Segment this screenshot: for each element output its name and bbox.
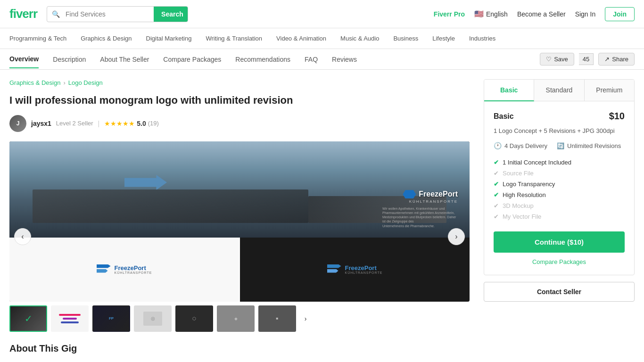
revisions-icon: 🔄 [557, 142, 564, 149]
sub-nav-reviews[interactable]: Reviews [332, 51, 357, 68]
search-icon: 🔍 [47, 10, 60, 18]
join-button[interactable]: Join [605, 7, 635, 21]
save-count: 45 [579, 53, 594, 65]
revisions-label: Unlimited Revisions [567, 142, 621, 149]
feature-3-label: Logo Transparency [503, 181, 555, 188]
feature-6: ✔ My Vector File [494, 211, 625, 222]
sub-nav-recommendations[interactable]: Recommendations [235, 51, 290, 68]
feature-6-label: My Vector File [503, 213, 541, 220]
nav-item-lifestyle[interactable]: Lifestyle [432, 35, 455, 42]
thumbnail-2[interactable] [51, 305, 89, 332]
check-icon-4: ✔ [494, 191, 499, 198]
package-panel: Basic Standard Premium Basic $10 1 Logo … [484, 79, 635, 275]
sign-in-link[interactable]: Sign In [575, 10, 596, 18]
compare-packages-link[interactable]: Compare Packages [494, 258, 625, 265]
package-description: 1 Logo Concept + 5 Revisions + JPG 300dp… [494, 127, 625, 134]
pipe-separator: | [98, 120, 100, 127]
thumbnail-strip: ✓ FP ◎ ⬡ ◈ ■ [9, 305, 470, 332]
language-label: English [486, 10, 508, 18]
main-nav: Programming & Tech Graphics & Design Dig… [0, 28, 644, 49]
main-content: Graphics & Design › Logo Design I will p… [0, 70, 644, 362]
logo[interactable]: fiverr [9, 7, 37, 21]
x-icon-6: ✔ [494, 213, 499, 220]
delivery-label: 4 Days Delivery [504, 142, 547, 149]
rating-value: 5.0 [137, 120, 146, 127]
language-selector[interactable]: 🇺🇸 English [474, 9, 508, 18]
sub-nav-actions: ♡ Save 45 ↗ Share [540, 53, 635, 66]
nav-item-graphics[interactable]: Graphics & Design [81, 35, 132, 42]
clock-icon: 🕐 [494, 142, 502, 149]
breadcrumb-child[interactable]: Logo Design [68, 79, 103, 86]
tab-standard[interactable]: Standard [534, 80, 584, 101]
tab-basic[interactable]: Basic [484, 80, 534, 101]
right-column: Basic Standard Premium Basic $10 1 Logo … [484, 79, 635, 354]
revisions-info: 🔄 Unlimited Revisions [557, 142, 621, 149]
nav-item-business[interactable]: Business [393, 35, 418, 42]
header-right: Fiverr Pro 🇺🇸 English Become a Seller Si… [434, 7, 635, 21]
gig-title: I will professional monogram logo with u… [9, 94, 470, 107]
delivery-info: 🕐 4 Days Delivery [494, 142, 547, 149]
sub-nav-compare[interactable]: Compare Packages [163, 51, 221, 68]
share-button[interactable]: ↗ Share [598, 53, 635, 66]
package-header: Basic $10 [494, 111, 625, 122]
sub-nav-description[interactable]: Description [53, 51, 86, 68]
sub-nav-about-seller[interactable]: About The Seller [100, 51, 149, 68]
thumbnail-5[interactable]: ⬡ [175, 305, 213, 332]
seller-name[interactable]: jaysx1 [31, 120, 51, 127]
heart-icon: ♡ [546, 56, 552, 63]
thumbnail-4[interactable]: ◎ [134, 305, 172, 332]
gallery: FreezePort KÜHLTRANSPORTE Wir wollen Apo… [9, 141, 470, 332]
review-count: (19) [148, 120, 159, 127]
nav-item-music[interactable]: Music & Audio [340, 35, 379, 42]
nav-item-programming[interactable]: Programming & Tech [9, 35, 66, 42]
save-button[interactable]: ♡ Save [540, 53, 574, 66]
search-bar: 🔍 Search [47, 6, 188, 22]
thumbnail-7[interactable]: ■ [258, 305, 296, 332]
header: fiverr 🔍 Search Fiverr Pro 🇺🇸 English Be… [0, 0, 644, 28]
nav-item-industries[interactable]: Industries [469, 35, 495, 42]
fiverr-pro-link[interactable]: Fiverr Pro [434, 10, 465, 18]
seller-info: J jaysx1 Level 2 Seller | ★★★★★ 5.0 (19) [9, 115, 470, 132]
feature-1: ✔ 1 Initial Concept Included [494, 157, 625, 168]
rating: ★★★★★ 5.0 (19) [104, 120, 159, 127]
tab-premium[interactable]: Premium [585, 80, 634, 101]
feature-1-label: 1 Initial Concept Included [503, 159, 571, 166]
thumbnail-next[interactable]: › [300, 305, 311, 332]
nav-item-writing[interactable]: Writing & Translation [206, 35, 262, 42]
gallery-next-arrow[interactable]: › [448, 228, 465, 245]
feature-5-label: 3D Mockup [503, 202, 534, 209]
nav-item-video[interactable]: Video & Animation [276, 35, 326, 42]
x-icon-5: ✔ [494, 202, 499, 209]
thumbnail-6[interactable]: ◈ [217, 305, 255, 332]
sub-nav-overview[interactable]: Overview [9, 50, 39, 68]
thumbnail-3[interactable]: FP [92, 305, 130, 332]
feature-4: ✔ High Resolution [494, 189, 625, 200]
breadcrumb-separator: › [63, 79, 65, 86]
thumbnail-1[interactable]: ✓ [9, 305, 47, 332]
package-meta: 🕐 4 Days Delivery 🔄 Unlimited Revisions [494, 142, 625, 149]
continue-button[interactable]: Continue ($10) [494, 231, 625, 253]
contact-seller-button[interactable]: Contact Seller [484, 282, 635, 302]
sub-nav: Overview Description About The Seller Co… [0, 49, 644, 70]
stars: ★★★★★ [104, 120, 135, 127]
seller-level: Level 2 Seller [56, 120, 93, 127]
package-tabs: Basic Standard Premium [484, 80, 634, 101]
main-image: FreezePort KÜHLTRANSPORTE Wir wollen Apo… [9, 141, 470, 302]
left-column: Graphics & Design › Logo Design I will p… [9, 79, 470, 354]
package-price: $10 [609, 111, 625, 122]
package-name: Basic [494, 112, 514, 121]
become-seller-link[interactable]: Become a Seller [517, 10, 566, 18]
share-label: Share [612, 56, 628, 63]
avatar: J [9, 115, 26, 132]
search-input[interactable] [60, 7, 154, 22]
search-button[interactable]: Search [154, 7, 188, 22]
sub-nav-faq[interactable]: FAQ [305, 51, 318, 68]
gallery-prev-arrow[interactable]: ‹ [14, 228, 31, 245]
nav-item-marketing[interactable]: Digital Marketing [146, 35, 192, 42]
share-icon: ↗ [604, 56, 610, 63]
about-section-title: About This Gig [9, 343, 470, 354]
flag-icon: 🇺🇸 [474, 9, 484, 18]
package-features: ✔ 1 Initial Concept Included ✔ Source Fi… [494, 157, 625, 222]
breadcrumb-parent[interactable]: Graphics & Design [9, 79, 60, 86]
package-body: Basic $10 1 Logo Concept + 5 Revisions +… [484, 101, 634, 275]
